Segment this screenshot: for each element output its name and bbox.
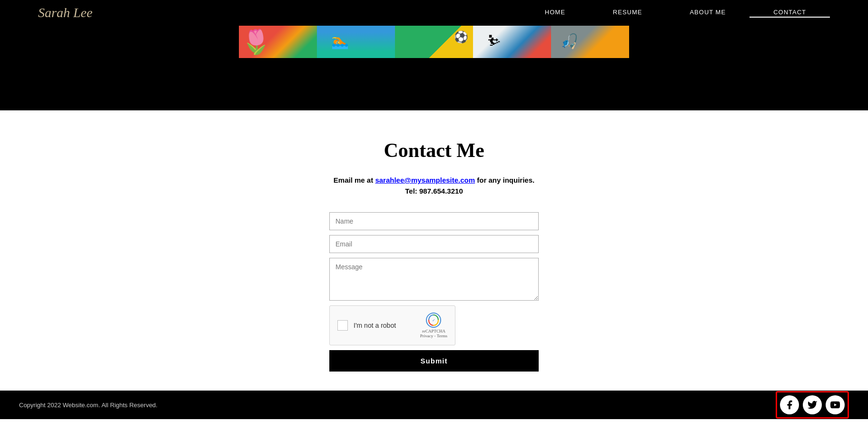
contact-form: I'm not a robot ✓ reCAPTCHA Privacy - Te… bbox=[329, 212, 539, 372]
nav-bar: Sarah Lee HOME RESUME ABOUT ME CONTACT bbox=[0, 0, 868, 26]
hero-image-pool bbox=[317, 26, 395, 58]
submit-button[interactable]: Submit bbox=[329, 350, 539, 372]
recaptcha-checkbox[interactable] bbox=[337, 320, 348, 331]
footer: Copyright 2022 Website.com. All Rights R… bbox=[0, 391, 868, 419]
social-icons bbox=[776, 391, 849, 419]
nav-resume[interactable]: RESUME bbox=[589, 9, 666, 18]
name-input[interactable] bbox=[329, 212, 539, 230]
email-prefix: Email me at bbox=[334, 176, 375, 184]
email-info: Email me at sarahlee@mysamplesite.com fo… bbox=[334, 176, 534, 184]
email-input[interactable] bbox=[329, 235, 539, 253]
hero-image-sports bbox=[395, 26, 473, 58]
footer-copyright: Copyright 2022 Website.com. All Rights R… bbox=[19, 402, 158, 409]
header: Sarah Lee HOME RESUME ABOUT ME CONTACT bbox=[0, 0, 868, 110]
recaptcha-logo-icon: ✓ bbox=[426, 313, 441, 328]
hero-image-fishing bbox=[551, 26, 629, 58]
svg-text:✓: ✓ bbox=[432, 318, 435, 323]
header-spacer bbox=[0, 58, 868, 110]
recaptcha-left: I'm not a robot bbox=[337, 320, 396, 331]
recaptcha-right: ✓ reCAPTCHA Privacy - Terms bbox=[420, 313, 447, 338]
tel-info: Tel: 987.654.3210 bbox=[334, 187, 534, 195]
nav-home[interactable]: HOME bbox=[521, 9, 589, 18]
recaptcha-widget: I'm not a robot ✓ reCAPTCHA Privacy - Te… bbox=[329, 305, 455, 345]
email-link[interactable]: sarahlee@mysamplesite.com bbox=[375, 176, 475, 184]
nav-about[interactable]: ABOUT ME bbox=[666, 9, 750, 18]
contact-info: Email me at sarahlee@mysamplesite.com fo… bbox=[334, 176, 534, 198]
recaptcha-brand-text: reCAPTCHA Privacy - Terms bbox=[420, 329, 447, 338]
main-content: Contact Me Email me at sarahlee@mysample… bbox=[0, 110, 868, 391]
email-suffix: for any inquiries. bbox=[475, 176, 534, 184]
page-title: Contact Me bbox=[384, 139, 484, 162]
hero-images bbox=[239, 26, 629, 58]
nav-contact[interactable]: CONTACT bbox=[750, 9, 830, 18]
hero-image-tulips bbox=[239, 26, 317, 58]
hero-image-skiing bbox=[473, 26, 551, 58]
recaptcha-label: I'm not a robot bbox=[354, 322, 396, 329]
message-input[interactable] bbox=[329, 258, 539, 301]
site-title: Sarah Lee bbox=[38, 5, 92, 20]
nav-links: HOME RESUME ABOUT ME CONTACT bbox=[521, 9, 830, 18]
twitter-icon[interactable] bbox=[803, 395, 822, 414]
youtube-icon[interactable] bbox=[826, 395, 845, 414]
facebook-icon[interactable] bbox=[780, 395, 799, 414]
